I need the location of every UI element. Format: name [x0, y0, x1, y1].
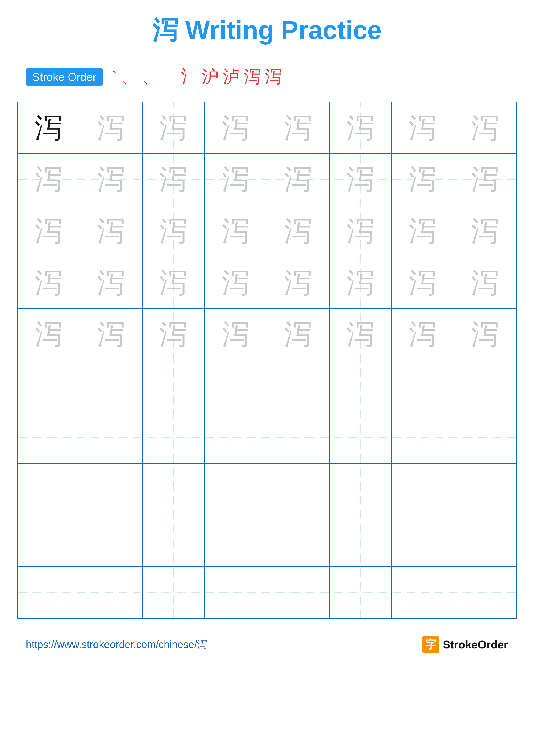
grid-cell-r5c7[interactable]: 泻	[392, 309, 454, 360]
grid-cell-r4c7[interactable]: 泻	[392, 257, 454, 309]
grid-cell-r6c3[interactable]	[142, 360, 205, 412]
grid-cell-r7c7[interactable]	[392, 412, 454, 464]
grid-cell-r1c6[interactable]: 泻	[329, 102, 392, 154]
grid-cell-r4c8[interactable]: 泻	[454, 257, 516, 309]
grid-cell-r7c2[interactable]	[80, 412, 142, 464]
grid-cell-r6c4[interactable]	[205, 360, 267, 412]
grid-cell-r3c7[interactable]: 泻	[392, 205, 454, 257]
grid-cell-r4c1[interactable]: 泻	[18, 257, 80, 309]
grid-cell-r7c5[interactable]	[267, 412, 329, 464]
stroke-order-chars: ` 、 、 氵 沪 泸 泻 泻	[112, 65, 282, 89]
grid-cell-r6c8[interactable]	[454, 360, 516, 412]
stroke-order-section: Stroke Order ` 、 、 氵 沪 泸 泻 泻	[17, 65, 517, 89]
grid-cell-r1c5[interactable]: 泻	[267, 102, 329, 154]
grid-cell-r10c5[interactable]	[267, 567, 329, 618]
practice-char: 泻	[409, 165, 437, 193]
grid-cell-r5c4[interactable]: 泻	[205, 309, 267, 360]
grid-cell-r3c3[interactable]: 泻	[142, 205, 205, 257]
grid-cell-r2c8[interactable]: 泻	[454, 154, 516, 205]
grid-cell-r6c6[interactable]	[329, 360, 392, 412]
practice-char: 泻	[35, 165, 63, 193]
grid-cell-r10c4[interactable]	[205, 567, 267, 618]
grid-cell-r9c7[interactable]	[392, 515, 454, 567]
grid-cell-r8c5[interactable]	[267, 463, 329, 515]
grid-cell-r5c1[interactable]: 泻	[18, 309, 80, 360]
grid-cell-r7c4[interactable]	[205, 412, 267, 464]
grid-cell-r1c2[interactable]: 泻	[80, 102, 142, 154]
grid-cell-r3c2[interactable]: 泻	[80, 205, 142, 257]
grid-cell-r7c6[interactable]	[329, 412, 392, 464]
grid-cell-r8c6[interactable]	[329, 463, 392, 515]
grid-cell-r10c1[interactable]	[18, 567, 80, 618]
grid-cell-r4c3[interactable]: 泻	[142, 257, 205, 309]
grid-cell-r2c4[interactable]: 泻	[205, 154, 267, 205]
grid-cell-r8c4[interactable]	[205, 463, 267, 515]
grid-cell-r5c8[interactable]: 泻	[454, 309, 516, 360]
page-title: 泻 Writing Practice	[17, 13, 517, 48]
grid-cell-r9c6[interactable]	[329, 515, 392, 567]
grid-cell-r9c2[interactable]	[80, 515, 142, 567]
grid-cell-r2c2[interactable]: 泻	[80, 154, 142, 205]
footer-logo-icon: 字	[422, 636, 440, 653]
grid-cell-r10c2[interactable]	[80, 567, 142, 618]
grid-cell-r8c7[interactable]	[392, 463, 454, 515]
grid-cell-r9c4[interactable]	[205, 515, 267, 567]
practice-char: 泻	[97, 114, 125, 142]
footer-url: https://www.strokeorder.com/chinese/泻	[26, 638, 207, 652]
grid-cell-r8c2[interactable]	[80, 463, 142, 515]
stroke-char-2: 、	[121, 65, 138, 89]
grid-cell-r8c3[interactable]	[142, 463, 205, 515]
grid-cell-r2c3[interactable]: 泻	[142, 154, 205, 205]
stroke-char-1: `	[112, 67, 117, 87]
grid-cell-r5c2[interactable]: 泻	[80, 309, 142, 360]
practice-char: 泻	[471, 269, 499, 297]
grid-cell-r5c5[interactable]: 泻	[267, 309, 329, 360]
grid-cell-r6c1[interactable]	[18, 360, 80, 412]
grid-cell-r4c5[interactable]: 泻	[267, 257, 329, 309]
grid-cell-r4c6[interactable]: 泻	[329, 257, 392, 309]
practice-char: 泻	[97, 320, 125, 348]
grid-cell-r10c6[interactable]	[329, 567, 392, 618]
grid-cell-r3c6[interactable]: 泻	[329, 205, 392, 257]
grid-cell-r7c8[interactable]	[454, 412, 516, 464]
stroke-char-6: 泸	[223, 65, 240, 89]
grid-cell-r9c5[interactable]	[267, 515, 329, 567]
grid-cell-r5c6[interactable]: 泻	[329, 309, 392, 360]
grid-cell-r9c8[interactable]	[454, 515, 516, 567]
grid-cell-r1c7[interactable]: 泻	[392, 102, 454, 154]
grid-cell-r1c4[interactable]: 泻	[205, 102, 267, 154]
grid-cell-r10c7[interactable]	[392, 567, 454, 618]
grid-cell-r2c6[interactable]: 泻	[329, 154, 392, 205]
grid-cell-r2c7[interactable]: 泻	[392, 154, 454, 205]
grid-cell-r6c7[interactable]	[392, 360, 454, 412]
practice-char: 泻	[346, 165, 375, 193]
stroke-char-3: 、	[142, 65, 159, 89]
grid-cell-r1c1[interactable]: 泻	[18, 102, 80, 154]
grid-cell-r2c5[interactable]: 泻	[267, 154, 329, 205]
grid-cell-r9c3[interactable]	[142, 515, 205, 567]
grid-cell-r7c1[interactable]	[18, 412, 80, 464]
grid-cell-r4c4[interactable]: 泻	[205, 257, 267, 309]
grid-cell-r3c5[interactable]: 泻	[267, 205, 329, 257]
grid-cell-r8c8[interactable]	[454, 463, 516, 515]
grid-cell-r9c1[interactable]	[18, 515, 80, 567]
practice-grid: 泻 泻 泻 泻 泻 泻 泻 泻 泻 泻 泻 泻 泻 泻 泻 泻 泻 泻 泻 泻 …	[17, 101, 517, 619]
practice-char: 泻	[346, 114, 375, 142]
practice-char: 泻	[35, 114, 63, 142]
grid-cell-r3c1[interactable]: 泻	[18, 205, 80, 257]
practice-char: 泻	[159, 165, 188, 193]
grid-cell-r3c8[interactable]: 泻	[454, 205, 516, 257]
grid-cell-r8c1[interactable]	[18, 463, 80, 515]
practice-char: 泻	[471, 165, 499, 193]
grid-cell-r5c3[interactable]: 泻	[142, 309, 205, 360]
grid-cell-r7c3[interactable]	[142, 412, 205, 464]
grid-cell-r4c2[interactable]: 泻	[80, 257, 142, 309]
grid-cell-r1c8[interactable]: 泻	[454, 102, 516, 154]
grid-cell-r6c5[interactable]	[267, 360, 329, 412]
grid-cell-r3c4[interactable]: 泻	[205, 205, 267, 257]
grid-cell-r6c2[interactable]	[80, 360, 142, 412]
grid-cell-r10c3[interactable]	[142, 567, 205, 618]
grid-cell-r10c8[interactable]	[454, 567, 516, 618]
grid-cell-r1c3[interactable]: 泻	[142, 102, 205, 154]
grid-cell-r2c1[interactable]: 泻	[18, 154, 80, 205]
